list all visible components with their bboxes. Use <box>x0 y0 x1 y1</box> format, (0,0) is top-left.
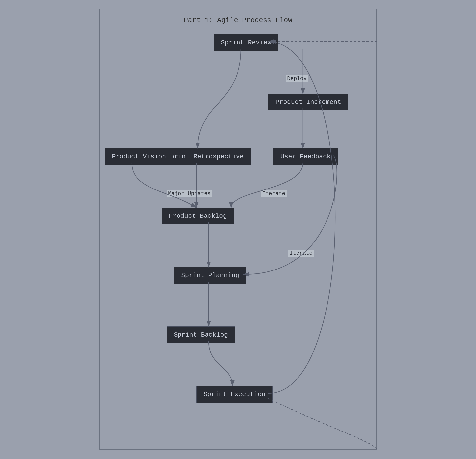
diagram-container: Part 1: Agile Process Flow Sprint Review… <box>99 9 377 450</box>
label-iterate-1: Iterate <box>261 190 287 197</box>
label-major-updates: Major Updates <box>167 190 212 197</box>
arrows-svg <box>100 9 376 449</box>
node-sprint-review: Sprint Review <box>214 34 278 51</box>
diagram-title: Part 1: Agile Process Flow <box>184 16 292 24</box>
node-product-vision: Product Vision <box>105 148 173 165</box>
label-iterate-2: Iterate <box>288 250 314 257</box>
label-deploy: Deploy <box>286 75 308 82</box>
node-sprint-planning: Sprint Planning <box>174 267 246 284</box>
node-product-backlog: Product Backlog <box>162 208 234 224</box>
node-product-increment: Product Increment <box>268 94 348 110</box>
node-user-feedback: User Feedback <box>273 148 338 165</box>
node-sprint-execution: Sprint Execution <box>196 386 273 403</box>
node-sprint-backlog: Sprint Backlog <box>167 326 235 343</box>
